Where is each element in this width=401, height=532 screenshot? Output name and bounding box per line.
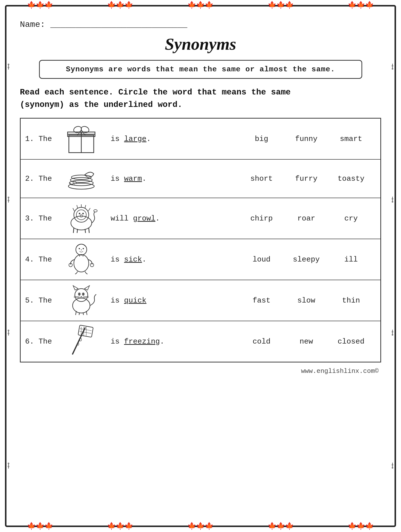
svg-rect-59 <box>78 325 93 337</box>
content: Name: ___________________________ Synony… <box>20 15 381 375</box>
row-6-image <box>56 321 106 362</box>
svg-marker-44 <box>85 286 89 290</box>
curl-right-1: ⟜⟜ <box>390 63 395 69</box>
page: 🍁🍁🍁 🍁🍁🍁 🍁🍁🍁 🍁🍁🍁 🍁🍁🍁 🍁🍁🍁 🍁🍁🍁 🍁🍁🍁 🍁🍁🍁 🍁🍁🍁 … <box>0 0 401 532</box>
choice-cry: cry <box>336 214 366 223</box>
svg-point-33 <box>79 248 80 249</box>
svg-point-47 <box>79 293 80 295</box>
exercise-table: 1. The <box>20 118 381 362</box>
row-1-choices: big funny smart <box>186 118 381 160</box>
choice-ill: ill <box>336 255 366 264</box>
row-5-image <box>56 280 106 321</box>
curl-left-2: ⟜⟜ <box>6 196 11 202</box>
svg-line-28 <box>77 205 78 208</box>
row-5-sentence: is quick <box>106 280 186 321</box>
choice-slow: slow <box>291 296 321 305</box>
svg-line-27 <box>73 208 74 211</box>
choice-smart: smart <box>336 135 366 143</box>
table-row: 5. The <box>20 280 381 321</box>
curl-left-3: ⟜⟜ <box>6 329 11 335</box>
choice-short: short <box>247 175 276 183</box>
svg-marker-43 <box>73 286 78 290</box>
table-row: 3. The <box>20 198 381 239</box>
name-label: Name: <box>20 20 45 29</box>
blanket-icon <box>65 163 97 192</box>
decorative-right: ⟜⟜ ⟜⟜ ⟜⟜ ⟜⟜ <box>387 0 399 532</box>
svg-point-48 <box>83 293 84 295</box>
row-3-image <box>56 198 106 239</box>
choice-fast: fast <box>247 296 276 305</box>
curl-bottom-3: 🍁🍁🍁 <box>187 523 214 530</box>
row-2-image <box>56 159 106 198</box>
svg-point-16 <box>71 216 92 230</box>
svg-line-23 <box>77 229 78 233</box>
name-line: Name: ___________________________ <box>20 20 381 29</box>
choice-funny: funny <box>291 135 321 143</box>
row-1-sentence: is large. <box>106 118 186 160</box>
svg-line-50 <box>74 296 80 297</box>
choice-sleepy: sleepy <box>291 255 321 264</box>
curl-left-1: ⟜⟜ <box>6 63 11 69</box>
table-row: 2. The <box>20 159 381 198</box>
svg-line-31 <box>88 208 90 211</box>
decorative-top: 🍁🍁🍁 🍁🍁🍁 🍁🍁🍁 🍁🍁🍁 🍁🍁🍁 <box>0 2 401 9</box>
decorative-bottom: 🍁🍁🍁 🍁🍁🍁 🍁🍁🍁 🍁🍁🍁 🍁🍁🍁 <box>0 523 401 530</box>
svg-line-24 <box>85 229 86 233</box>
cat-icon <box>65 283 97 315</box>
curl-top-1: 🍁🍁🍁 <box>27 2 53 9</box>
choice-big: big <box>247 135 276 143</box>
curl-top-4: 🍁🍁🍁 <box>268 2 294 9</box>
choice-chirp: chirp <box>247 214 276 223</box>
page-title: Synonyms <box>20 34 381 54</box>
svg-point-26 <box>94 210 97 212</box>
choice-roar: roar <box>291 214 321 223</box>
svg-point-20 <box>82 213 84 214</box>
row-2-sentence: is warm. <box>106 159 186 198</box>
svg-point-19 <box>79 213 80 214</box>
svg-line-22 <box>73 228 74 233</box>
choice-loud: loud <box>247 255 276 264</box>
row-6-choices: cold new closed <box>186 321 381 362</box>
choice-toasty: toasty <box>336 175 366 183</box>
curl-top-3: 🍁🍁🍁 <box>187 2 214 9</box>
table-row: 4. The <box>20 239 381 280</box>
lion-icon <box>64 201 99 233</box>
row-3-choices: chirp roar cry <box>186 198 381 239</box>
row-4-image <box>56 239 106 280</box>
row-3-sentence: will growl. <box>106 198 186 239</box>
footer: www.englishlinx.com© <box>20 367 381 375</box>
row-5-choices: fast slow thin <box>186 280 381 321</box>
row-6-number: 6. The <box>20 321 57 362</box>
svg-line-52 <box>83 296 89 297</box>
row-3-number: 3. The <box>20 198 57 239</box>
svg-point-41 <box>73 298 90 313</box>
svg-point-9 <box>68 183 94 189</box>
row-1-number: 1. The <box>20 118 57 160</box>
choice-thin: thin <box>336 296 366 305</box>
instruction-text: Read each sentence. Circle the word that… <box>20 86 381 111</box>
svg-line-63 <box>80 329 91 331</box>
row-4-sentence: is sick. <box>106 239 186 280</box>
curl-top-5: 🍁🍁🍁 <box>348 2 374 9</box>
decorative-left: ⟜⟜ ⟜⟜ ⟜⟜ ⟜⟜ <box>2 0 14 532</box>
table-row: 6. The <box>20 321 381 362</box>
definition-box: Synonyms are words that mean the same or… <box>39 60 362 79</box>
choice-furry: furry <box>291 175 321 183</box>
svg-point-18 <box>76 210 86 220</box>
popsicle-icon <box>65 324 97 356</box>
row-4-choices: loud sleepy ill <box>186 239 381 280</box>
gift-icon <box>65 122 97 154</box>
choice-new: new <box>291 337 321 346</box>
table-row: 1. The <box>20 118 381 160</box>
svg-line-25 <box>89 228 89 233</box>
curl-right-3: ⟜⟜ <box>390 329 395 335</box>
svg-point-34 <box>83 248 84 249</box>
baby-icon <box>65 242 97 274</box>
row-4-number: 4. The <box>20 239 57 280</box>
curl-right-4: ⟜⟜ <box>390 462 395 468</box>
svg-point-36 <box>74 255 89 272</box>
curl-bottom-2: 🍁🍁🍁 <box>107 523 133 530</box>
name-underline: ___________________________ <box>50 20 187 29</box>
choice-closed: closed <box>336 337 366 346</box>
svg-line-30 <box>85 205 86 208</box>
